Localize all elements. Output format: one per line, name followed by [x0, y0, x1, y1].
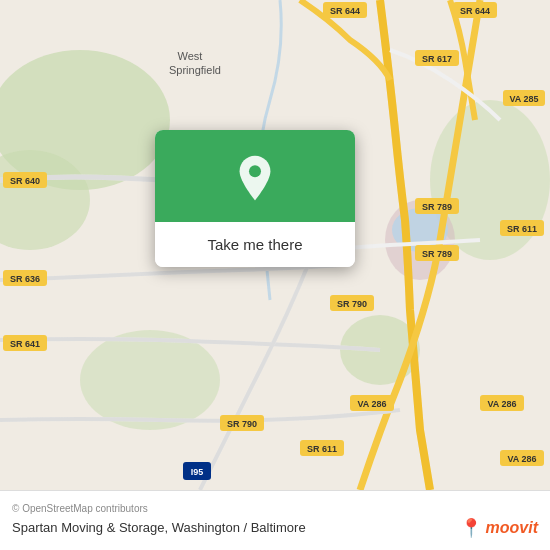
svg-text:SR 789: SR 789 — [422, 202, 452, 212]
place-name: Spartan Moving & Storage, Washington / B… — [12, 520, 306, 535]
svg-point-5 — [80, 330, 220, 430]
popup-card: Take me there — [155, 130, 355, 267]
bottom-info: Spartan Moving & Storage, Washington / B… — [12, 517, 538, 539]
map-container: SR 644 SR 644 SR 617 VA 285 SR 640 SR 78… — [0, 0, 550, 490]
svg-text:West: West — [178, 50, 203, 62]
moovit-logo: 📍 moovit — [460, 517, 538, 539]
svg-text:VA 286: VA 286 — [357, 399, 386, 409]
svg-point-45 — [249, 165, 261, 177]
svg-text:I95: I95 — [191, 467, 204, 477]
svg-text:SR 636: SR 636 — [10, 274, 40, 284]
svg-text:SR 644: SR 644 — [460, 6, 490, 16]
svg-text:VA 286: VA 286 — [487, 399, 516, 409]
attribution: © OpenStreetMap contributors — [12, 503, 538, 514]
svg-text:SR 617: SR 617 — [422, 54, 452, 64]
moovit-pin-icon: 📍 — [460, 517, 482, 539]
svg-text:SR 790: SR 790 — [337, 299, 367, 309]
svg-text:SR 611: SR 611 — [307, 444, 337, 454]
bottom-bar: © OpenStreetMap contributors Spartan Mov… — [0, 490, 550, 550]
location-pin-icon — [231, 154, 279, 202]
take-me-there-button[interactable]: Take me there — [155, 222, 355, 267]
svg-text:SR 640: SR 640 — [10, 176, 40, 186]
svg-text:SR 790: SR 790 — [227, 419, 257, 429]
svg-text:SR 644: SR 644 — [330, 6, 360, 16]
svg-text:SR 611: SR 611 — [507, 224, 537, 234]
moovit-text: moovit — [486, 519, 538, 537]
svg-text:SR 789: SR 789 — [422, 249, 452, 259]
svg-text:VA 285: VA 285 — [509, 94, 538, 104]
svg-text:SR 641: SR 641 — [10, 339, 40, 349]
svg-text:Springfield: Springfield — [169, 64, 221, 76]
svg-text:VA 286: VA 286 — [507, 454, 536, 464]
popup-icon-area — [155, 130, 355, 222]
